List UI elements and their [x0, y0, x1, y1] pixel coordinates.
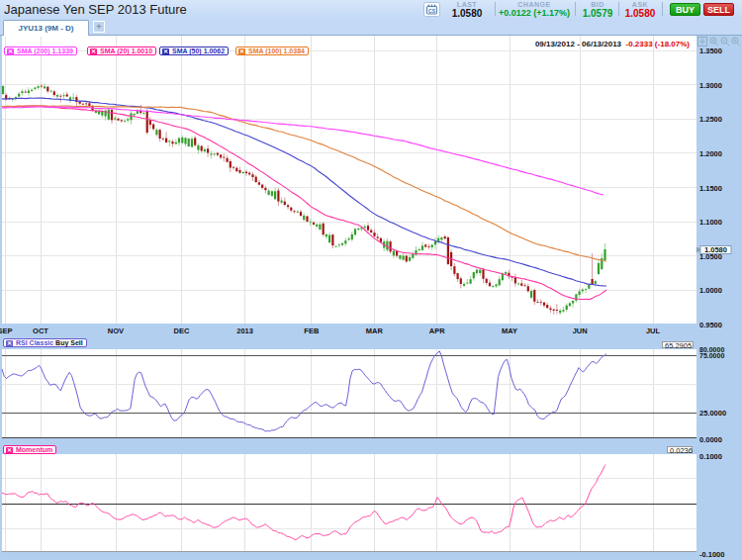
svg-text:1.0580: 1.0580	[704, 245, 727, 254]
svg-text:CS: CS	[428, 8, 436, 14]
